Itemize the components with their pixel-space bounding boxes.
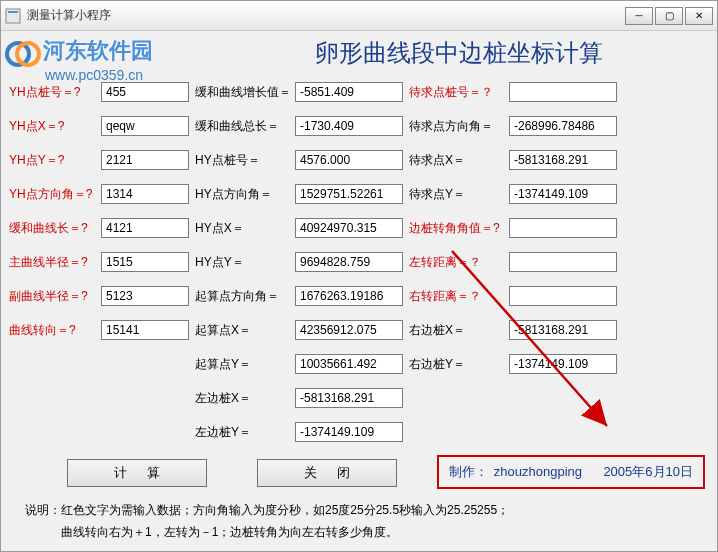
form-area: YH点桩号＝? YH点X＝? YH点Y＝? YH点方向角＝? 缓和曲线长＝? 主… <box>7 75 711 449</box>
author-name: zhouzhongping <box>494 464 582 479</box>
titlebar: 测量计算小程序 ─ ▢ ✕ <box>1 1 717 31</box>
label-column-1: YH点桩号＝? YH点X＝? YH点Y＝? YH点方向角＝? 缓和曲线长＝? 主… <box>7 75 97 449</box>
label-yh-azimuth: YH点方向角＝? <box>7 177 97 211</box>
label-curve-turn: 曲线转向＝? <box>7 313 97 347</box>
input-column-3 <box>509 75 617 449</box>
author-date: 2005年6月10日 <box>603 464 693 479</box>
label-right-stake-y: 右边桩Y＝ <box>407 347 505 381</box>
label-target-x: 待求点X＝ <box>407 143 505 177</box>
output-start-y[interactable] <box>295 354 403 374</box>
label-hy-stake-no: HY点桩号＝ <box>193 143 291 177</box>
input-target-stake[interactable] <box>509 82 617 102</box>
label-left-stake-x: 左边桩X＝ <box>193 381 291 415</box>
label-left-stake-y: 左边桩Y＝ <box>193 415 291 449</box>
note-line-2: 曲线转向右为＋1，左转为－1；边桩转角为向左右转多少角度。 <box>25 521 711 543</box>
maximize-button[interactable]: ▢ <box>655 7 683 25</box>
input-yh-x[interactable] <box>101 116 189 136</box>
output-hy-stake-no[interactable] <box>295 150 403 170</box>
output-start-azimuth[interactable] <box>295 286 403 306</box>
page-title: 卵形曲线段中边桩坐标计算 <box>207 37 711 69</box>
app-icon <box>5 8 21 24</box>
label-right-stake-x: 右边桩X＝ <box>407 313 505 347</box>
watermark: 河东软件园 www.pc0359.cn <box>5 33 153 83</box>
label-hy-x: HY点X＝ <box>193 211 291 245</box>
input-column-2 <box>295 75 403 449</box>
label-spiral-len: 缓和曲线长＝? <box>7 211 97 245</box>
input-right-dist[interactable] <box>509 286 617 306</box>
label-yh-x: YH点X＝? <box>7 109 97 143</box>
output-target-y[interactable] <box>509 184 617 204</box>
label-side-turn: 边桩转角角值＝? <box>407 211 505 245</box>
output-hy-x[interactable] <box>295 218 403 238</box>
output-start-x[interactable] <box>295 320 403 340</box>
minimize-button[interactable]: ─ <box>625 7 653 25</box>
input-main-radius[interactable] <box>101 252 189 272</box>
label-target-y: 待求点Y＝ <box>407 177 505 211</box>
note-line-1: 说明：红色文字为需输入数据；方向角输入为度分秒，如25度25分25.5秒输入为2… <box>25 499 711 521</box>
output-hy-azimuth[interactable] <box>295 184 403 204</box>
content-area: 河东软件园 www.pc0359.cn 卵形曲线段中边桩坐标计算 YH点桩号＝?… <box>1 31 717 551</box>
app-window: 测量计算小程序 ─ ▢ ✕ 河东软件园 www.pc0359.cn 卵形曲线段中… <box>0 0 718 552</box>
input-yh-stake-no[interactable] <box>101 82 189 102</box>
label-start-azimuth: 起算点方向角＝ <box>193 279 291 313</box>
window-title: 测量计算小程序 <box>27 7 625 24</box>
label-target-azimuth: 待求点方向角＝ <box>407 109 505 143</box>
output-left-stake-x[interactable] <box>295 388 403 408</box>
output-right-stake-y[interactable] <box>509 354 617 374</box>
label-target-stake: 待求点桩号＝？ <box>407 75 505 109</box>
label-main-radius: 主曲线半径＝? <box>7 245 97 279</box>
input-side-turn[interactable] <box>509 218 617 238</box>
output-spiral-total[interactable] <box>295 116 403 136</box>
label-spiral-total: 缓和曲线总长＝ <box>193 109 291 143</box>
close-form-button[interactable]: 关 闭 <box>257 459 397 487</box>
output-left-stake-y[interactable] <box>295 422 403 442</box>
label-start-y: 起算点Y＝ <box>193 347 291 381</box>
output-target-x[interactable] <box>509 150 617 170</box>
input-sub-radius[interactable] <box>101 286 189 306</box>
label-column-3: 待求点桩号＝？ 待求点方向角＝ 待求点X＝ 待求点Y＝ 边桩转角角值＝? 左转距… <box>407 75 505 449</box>
label-start-x: 起算点X＝ <box>193 313 291 347</box>
input-yh-azimuth[interactable] <box>101 184 189 204</box>
label-spiral-inc: 缓和曲线增长值＝ <box>193 75 291 109</box>
output-hy-y[interactable] <box>295 252 403 272</box>
label-yh-y: YH点Y＝? <box>7 143 97 177</box>
instructions: 说明：红色文字为需输入数据；方向角输入为度分秒，如25度25分25.5秒输入为2… <box>25 499 711 543</box>
watermark-url: www.pc0359.cn <box>45 67 153 83</box>
label-hy-y: HY点Y＝ <box>193 245 291 279</box>
input-spiral-len[interactable] <box>101 218 189 238</box>
output-spiral-inc[interactable] <box>295 82 403 102</box>
close-button[interactable]: ✕ <box>685 7 713 25</box>
author-box: 制作： zhouzhongping 2005年6月10日 <box>437 455 705 489</box>
watermark-site-name: 河东软件园 <box>43 36 153 66</box>
output-target-azimuth[interactable] <box>509 116 617 136</box>
watermark-logo-icon <box>5 33 41 69</box>
label-sub-radius: 副曲线半径＝? <box>7 279 97 313</box>
label-hy-azimuth: HY点方向角＝ <box>193 177 291 211</box>
author-label: 制作： <box>449 464 488 479</box>
calculate-button[interactable]: 计 算 <box>67 459 207 487</box>
label-right-dist: 右转距离＝？ <box>407 279 505 313</box>
window-controls: ─ ▢ ✕ <box>625 7 713 25</box>
input-left-dist[interactable] <box>509 252 617 272</box>
input-yh-y[interactable] <box>101 150 189 170</box>
input-column-1 <box>101 75 189 449</box>
input-curve-turn[interactable] <box>101 320 189 340</box>
label-column-2: 缓和曲线增长值＝ 缓和曲线总长＝ HY点桩号＝ HY点方向角＝ HY点X＝ HY… <box>193 75 291 449</box>
svg-rect-1 <box>8 11 18 13</box>
label-left-dist: 左转距离＝？ <box>407 245 505 279</box>
output-right-stake-x[interactable] <box>509 320 617 340</box>
